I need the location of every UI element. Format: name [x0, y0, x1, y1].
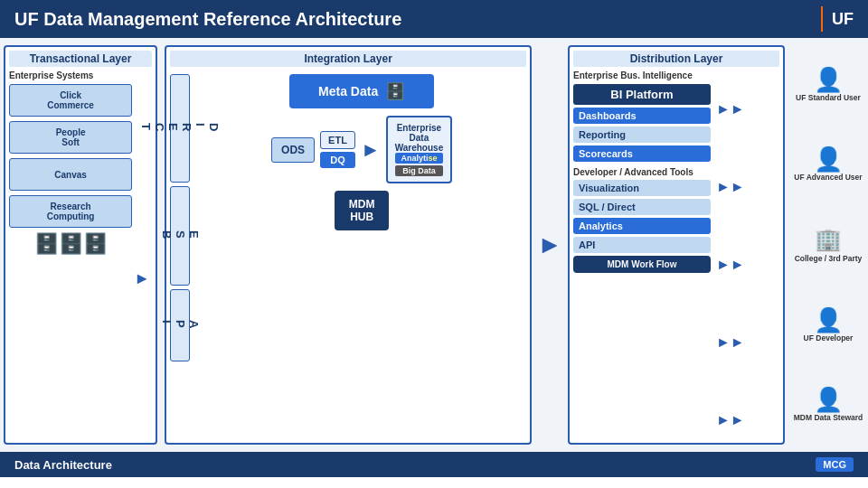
analytics-box: Analytics	[573, 218, 711, 234]
logo-text: UF	[832, 10, 854, 29]
meta-data-row: Meta Data 🗄️	[289, 74, 434, 108]
enterprise-data-label: EnterpriseDataWarehouse	[395, 123, 444, 153]
system-boxes: ClickCommerce PeopleSoft Canvas Research…	[9, 84, 132, 473]
distribution-left: Enterprise Bus. Intelligence BI Platform…	[573, 70, 711, 459]
user-advanced-label: UF Advanced User	[794, 173, 862, 182]
integration-layer-label: Integration Layer	[170, 51, 526, 67]
main-content: Transactional Layer Enterprise Systems C…	[0, 38, 868, 452]
distribution-arrows: ►► ►► ►► ►► ►►	[716, 70, 779, 459]
transactional-layer-label: Transactional Layer	[9, 51, 152, 67]
integration-to-distribution-arrow: ►	[535, 38, 564, 452]
enterprise-bi-label: Enterprise Bus. Intelligence	[573, 70, 711, 80]
ods-box: ODS	[271, 137, 315, 163]
mcg-logo: MCG	[816, 457, 854, 472]
mdm-hub-box: MDM HUB	[335, 191, 390, 230]
transactional-arrow: ►	[132, 84, 152, 473]
click-commerce-box: ClickCommerce	[9, 84, 132, 117]
header: UF Data Management Reference Architectur…	[0, 0, 868, 38]
user-steward: 👤 MDM Data Steward	[794, 388, 863, 422]
api-label: API	[170, 289, 190, 361]
ods-row: ODS ETL DQ ► EnterpriseDataWarehouse Ana…	[271, 116, 452, 183]
esb-label: ESB	[170, 186, 190, 286]
user-steward-label: MDM Data Steward	[794, 413, 863, 422]
arrow-to-user-5: ►►	[716, 412, 779, 428]
research-computing-box: ResearchComputing	[9, 195, 132, 228]
page-title: UF Data Management Reference Architectur…	[14, 9, 401, 30]
distribution-layer-label: Distribution Layer	[573, 51, 779, 67]
user-standard-icon: 👤	[814, 68, 843, 91]
meta-data-box: Meta Data 🗄️	[289, 74, 434, 108]
bi-platform-box: BI Platform	[573, 84, 711, 105]
user-college-label: College / 3rd Party	[795, 254, 863, 263]
user-developer-label: UF Developer	[804, 333, 854, 343]
dashboards-box: Dashboards	[573, 108, 711, 124]
user-advanced: 👤 UF Advanced User	[794, 147, 862, 182]
cylinder-icon: 🗄️	[385, 81, 405, 101]
user-standard-label: UF Standard User	[796, 93, 861, 102]
distribution-layer: Distribution Layer Enterprise Bus. Intel…	[568, 45, 785, 445]
visualization-box: Visualization	[573, 180, 711, 196]
logo-divider	[821, 6, 823, 32]
meta-data-label: Meta Data	[318, 84, 378, 99]
big-data-badge: Big Data	[395, 165, 444, 176]
uf-logo: UF	[821, 6, 854, 32]
arrow-to-user-1: ►►	[716, 101, 779, 117]
arrow-to-enterprise: ►	[361, 138, 381, 162]
api-dist-box: API	[573, 237, 711, 253]
dq-box: DQ	[320, 152, 355, 168]
mdm-workflow-box: MDM Work Flow	[573, 256, 711, 273]
user-advanced-icon: 👤	[814, 147, 843, 171]
enterprise-systems-label: Enterprise Systems	[9, 70, 152, 80]
arrow-to-user-4: ►►	[716, 334, 779, 351]
user-steward-icon: 👤	[814, 388, 843, 411]
user-developer: 👤 UF Developer	[804, 308, 854, 343]
college-building-icon: 🏢	[815, 227, 842, 252]
database-icon: 🗄️🗄️🗄️	[9, 232, 132, 256]
user-standard: 👤 UF Standard User	[796, 68, 861, 102]
people-soft-box: PeopleSoft	[9, 121, 132, 154]
integration-inner: DIRECT ESB API Meta Data 🗄️ ODS	[170, 70, 526, 459]
etl-dq-area: ETL DQ	[320, 131, 355, 168]
analytics-badge: Analytise	[395, 153, 444, 164]
transactional-layer: Transactional Layer Enterprise Systems C…	[4, 45, 157, 445]
transactional-inner: ClickCommerce PeopleSoft Canvas Research…	[9, 84, 152, 473]
scorecards-box: Scorecards	[573, 145, 711, 162]
canvas-box: Canvas	[9, 158, 132, 191]
sql-direct-box: SQL / Direct	[573, 199, 711, 215]
integration-center: Meta Data 🗄️ ODS ETL DQ ► Enterpris	[197, 70, 526, 459]
direct-label: DIRECT	[170, 74, 190, 183]
arrow-to-user-2: ►►	[716, 179, 779, 195]
distribution-inner: Enterprise Bus. Intelligence BI Platform…	[573, 70, 779, 459]
user-college: 🏢 College / 3rd Party	[795, 227, 863, 263]
enterprise-data-box: EnterpriseDataWarehouse Analytise Big Da…	[386, 116, 453, 183]
users-panel: 👤 UF Standard User 👤 UF Advanced User 🏢 …	[788, 38, 868, 452]
reporting-box: Reporting	[573, 127, 711, 143]
integration-layer: Integration Layer DIRECT ESB API Meta Da…	[165, 45, 532, 445]
user-developer-icon: 👤	[814, 308, 843, 332]
etl-box: ETL	[320, 131, 355, 149]
dev-tools-label: Developer / Advanced Tools	[573, 167, 711, 177]
arrow-to-user-3: ►►	[716, 257, 779, 273]
